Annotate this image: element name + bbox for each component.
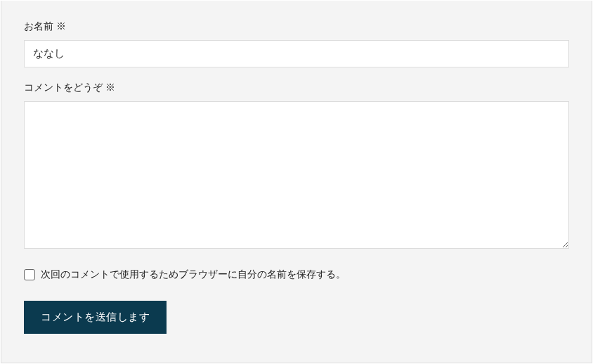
- comment-textarea[interactable]: [24, 101, 569, 249]
- save-name-checkbox[interactable]: [24, 269, 35, 280]
- submit-button[interactable]: コメントを送信します: [24, 301, 167, 334]
- comment-field-group: コメントをどうぞ ※: [24, 82, 569, 252]
- save-name-checkbox-label[interactable]: 次回のコメントで使用するためブラウザーに自分の名前を保存する。: [41, 268, 346, 281]
- save-name-checkbox-row: 次回のコメントで使用するためブラウザーに自分の名前を保存する。: [24, 268, 569, 281]
- name-input[interactable]: [24, 40, 569, 67]
- name-field-group: お名前 ※: [24, 20, 569, 67]
- comment-label: コメントをどうぞ ※: [24, 82, 569, 94]
- comment-form-container: お名前 ※ コメントをどうぞ ※ 次回のコメントで使用するためブラウザーに自分の…: [1, 1, 592, 363]
- name-label: お名前 ※: [24, 20, 569, 33]
